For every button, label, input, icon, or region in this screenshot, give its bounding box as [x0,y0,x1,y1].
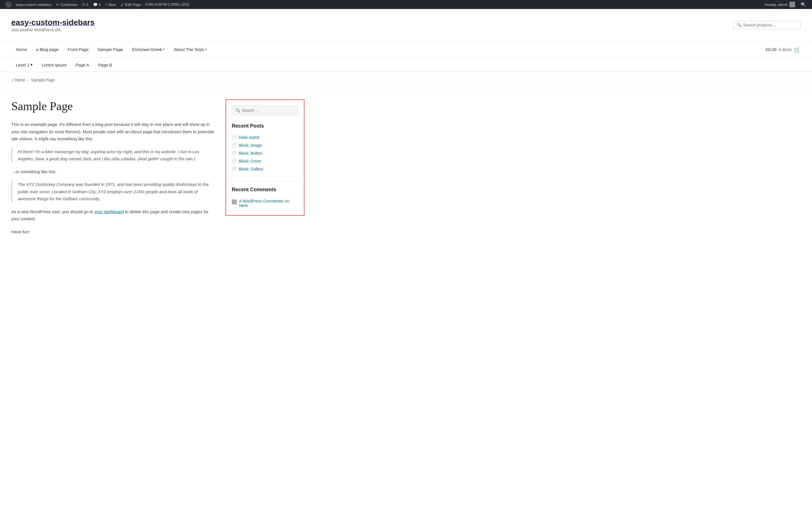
nav-label-home: Home [16,47,27,52]
post-icon: 📄 [232,143,237,148]
recent-post-link-1[interactable]: Hello world! [239,135,259,140]
recent-posts-title: Recent Posts [232,123,298,129]
page-title: Sample Page [11,100,214,113]
plus-icon: + [105,3,107,7]
nav-item-about-tests[interactable]: About The Tests ▾ [169,41,211,57]
comments-button[interactable]: 💬 3 [91,0,103,9]
paragraph2-before: As a new WordPress user, you should go t… [11,209,94,214]
customize-icon: ✏ [56,3,59,7]
svg-text:W: W [7,3,10,6]
nav-link-pageb[interactable]: Page B [94,58,116,72]
site-description: Just another WordPress site [11,27,95,32]
updates-icon: ↻ [82,3,86,7]
header-search-input[interactable] [743,23,797,27]
comment-on-text: on [285,199,289,203]
chevron-down-icon-3: ▾ [31,62,33,67]
recent-post-link-4[interactable]: Block: Cover [239,159,261,163]
nav-item-blog[interactable]: a Blog page [32,41,63,57]
recent-post-link-2[interactable]: Block: Image [239,143,262,148]
nav-link-level1[interactable]: Level 1 ▾ [11,58,37,72]
nav-link-pagea[interactable]: Page A [71,58,94,72]
nav-link-lorem[interactable]: Lorem Ipsum [37,58,71,72]
or-text: …or something like this: [11,168,214,175]
chevron-down-icon-2: ▾ [205,48,207,51]
dashboard-link[interactable]: your dashboard [94,209,124,214]
sidebar-inner: 🔍 Recent Posts 📄 Hello world! 📄 Block: I… [225,100,305,216]
nav-item-front[interactable]: Front Page [63,41,93,57]
customize-label: Customize [60,3,78,7]
wordpress-icon: W [6,2,11,7]
site-header: easy-custom-sidebars Just another WordPr… [0,9,812,41]
nav-label-lorem: Lorem Ipsum [42,62,66,67]
edit-page-button[interactable]: 🖊 Edit Page [118,0,143,9]
nav-link-about-tests[interactable]: About The Tests ▾ [169,41,211,57]
sidebar-search-box[interactable]: 🔍 [232,106,298,115]
nav-label-greek: Ελληνικά-Greek [132,47,162,52]
nav-item-level1[interactable]: Level 1 ▾ [11,58,37,72]
nav-link-home[interactable]: Home [11,41,32,57]
wp-logo-button[interactable]: W [3,0,13,9]
nav-item-greek[interactable]: Ελληνικά-Greek ▾ [128,41,169,57]
admin-bar-right: Howdy, admin 🔍 [763,2,809,7]
cart-widget[interactable]: £0.00 0 items 🛒 [766,46,801,53]
nav-label-sample: Sample Page [98,47,123,52]
dashboard-paragraph: As a new WordPress user, you should go t… [11,208,214,223]
blockquote-2-text: The XYZ Doohickey Company was founded in… [18,181,214,203]
list-item: 📄 Hello world! [232,133,298,142]
comments-icon: 💬 [93,3,98,7]
nav-label-level1: Level 1 [16,62,29,67]
comment-avatar [232,200,237,205]
nav-item-pagea[interactable]: Page A [71,58,94,72]
comment-text: A WordPress Commenter on Hello [239,199,298,208]
primary-menu: Home a Blog page Front Page Sample Page [11,41,211,57]
breadcrumb-separator: › [28,78,29,82]
updates-count: 2 [87,3,89,7]
nav-link-sample[interactable]: Sample Page [93,41,128,57]
nav-link-blog[interactable]: a Blog page [32,41,63,57]
nav-item-home[interactable]: Home [11,41,32,57]
customize-button[interactable]: ✏ Customize [54,0,80,9]
sidebar-search-icon: 🔍 [236,108,240,113]
performance-info: 0.69s 8,587кB 0.2955s 125Q [143,3,192,6]
cart-amount: £0.00 [766,47,776,52]
site-branding: easy-custom-sidebars Just another WordPr… [11,18,95,32]
secondary-navigation: Level 1 ▾ Lorem Ipsum Page A Page B [0,58,812,72]
nav-link-greek[interactable]: Ελληνικά-Greek ▾ [128,41,169,57]
home-icon: ⌂ [11,78,13,82]
sidebar-divider [232,181,298,181]
nav-label-about-tests: About The Tests [174,47,204,52]
site-title-link[interactable]: easy-custom-sidebars [11,21,95,26]
post-icon: 📄 [232,135,237,140]
comment-post-link[interactable]: Hello [239,203,248,208]
breadcrumb-home-link[interactable]: ⌂ Home [11,78,26,82]
nav-label-pagea: Page A [75,62,89,67]
admin-search-button[interactable]: 🔍 [799,2,809,7]
post-icon: 📄 [232,151,237,156]
new-content-button[interactable]: + New [103,0,118,9]
header-search-box[interactable]: 🔍 [733,21,801,29]
comment-author-link[interactable]: A WordPress Commenter [239,199,284,203]
admin-bar: W easy-custom-sidebars ✏ Customize ↻ 2 💬… [0,0,812,9]
recent-posts-list: 📄 Hello world! 📄 Block: Image 📄 Block: B… [232,133,298,173]
blockquote-1: Hi there! I'm a bike messenger by day, a… [11,148,214,163]
updates-button[interactable]: ↻ 2 [80,0,91,9]
recent-comments-list: A WordPress Commenter on Hello [232,197,298,210]
blockquote-2: The XYZ Doohickey Company was founded in… [11,181,214,203]
sidebar: 🔍 Recent Posts 📄 Hello world! 📄 Block: I… [225,100,305,241]
nav-item-sample[interactable]: Sample Page [93,41,128,57]
avatar [790,2,795,7]
sidebar-search-input[interactable] [242,108,295,113]
recent-post-link-3[interactable]: Block: Button [239,151,262,156]
nav-label-front: Front Page [68,47,89,52]
breadcrumb-current: Sample Page [31,78,55,82]
nav-item-pageb[interactable]: Page B [94,58,116,72]
list-item: A WordPress Commenter on Hello [232,197,298,210]
nav-link-front[interactable]: Front Page [63,41,93,57]
edit-icon: 🖊 [120,3,124,7]
breadcrumb-home-label: Home [15,78,25,82]
user-menu[interactable]: Howdy, admin [763,2,797,7]
recent-post-link-5[interactable]: Block: Gallery [239,167,263,171]
list-item: 📄 Block: Button [232,149,298,157]
site-name-button[interactable]: easy-custom-sidebars [13,0,54,9]
nav-item-lorem[interactable]: Lorem Ipsum [37,58,71,72]
